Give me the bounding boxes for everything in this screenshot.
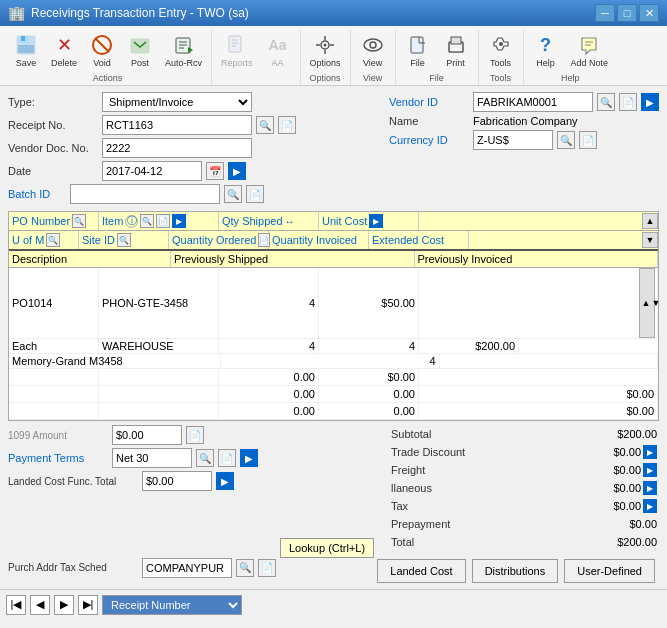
nav-last-btn[interactable]: ▶| bbox=[78, 595, 98, 615]
landed-cost-button[interactable]: Landed Cost bbox=[377, 559, 465, 583]
batch-nav-btn[interactable]: 📄 bbox=[246, 185, 264, 203]
actions-label: Actions bbox=[93, 73, 123, 85]
vendor-id-label[interactable]: Vendor ID bbox=[389, 96, 469, 108]
vendor-id-input[interactable] bbox=[473, 92, 593, 112]
vendor-nav-right[interactable]: ▶ bbox=[641, 93, 659, 111]
batch-id-label[interactable]: Batch ID bbox=[8, 188, 50, 200]
amount-1099-btn[interactable]: 📄 bbox=[186, 426, 204, 444]
nav-prev-btn[interactable]: ◀ bbox=[30, 595, 50, 615]
user-defined-button[interactable]: User-Defined bbox=[564, 559, 655, 583]
cell-empty10 bbox=[9, 403, 99, 419]
vendor-nav-btn[interactable]: 📄 bbox=[619, 93, 637, 111]
grid-header-po-number[interactable]: PO Number 🔍 bbox=[9, 212, 99, 230]
payment-terms-lookup[interactable]: 🔍 bbox=[196, 449, 214, 467]
misc-nav[interactable]: ▶ bbox=[643, 481, 657, 495]
nav-first-btn[interactable]: |◀ bbox=[6, 595, 26, 615]
uom-lookup-btn[interactable]: 🔍 bbox=[46, 233, 60, 247]
nav-dropdown[interactable]: Receipt Number Vendor ID Date bbox=[102, 595, 242, 615]
purch-addr-input[interactable] bbox=[142, 558, 232, 578]
freight-nav[interactable]: ▶ bbox=[643, 463, 657, 477]
delete-icon: ✕ bbox=[52, 33, 76, 57]
post-button[interactable]: Post bbox=[122, 30, 158, 71]
landed-cost-total-input[interactable] bbox=[142, 471, 212, 491]
table-row: Each WAREHOUSE 4 4 $200.00 bbox=[9, 339, 658, 354]
aa-icon: Aa bbox=[266, 33, 290, 57]
grid-header-uom[interactable]: U of M 🔍 bbox=[9, 231, 79, 249]
payment-terms-nav-right[interactable]: ▶ bbox=[240, 449, 258, 467]
amount-1099-input[interactable] bbox=[112, 425, 182, 445]
close-button[interactable]: ✕ bbox=[639, 4, 659, 22]
item-nav-btn[interactable]: 📄 bbox=[156, 214, 170, 228]
tax-label: Tax bbox=[391, 500, 408, 512]
cell-empty1 bbox=[9, 369, 99, 385]
tax-row: Tax $0.00 ▶ bbox=[389, 497, 659, 515]
svg-point-17 bbox=[324, 44, 327, 47]
type-select[interactable]: Shipment/Invoice Shipment Invoice bbox=[102, 92, 252, 112]
grid-header-item[interactable]: Item ⓘ 🔍 📄 ▶ bbox=[99, 212, 219, 230]
auto-rcv-button[interactable]: Auto-Rcv bbox=[160, 30, 207, 71]
purch-addr-nav[interactable]: 📄 bbox=[258, 559, 276, 577]
grid-header-prev-invoiced: Previously Invoiced bbox=[415, 251, 659, 267]
po-lookup-btn[interactable]: 🔍 bbox=[72, 214, 86, 228]
receipt-lookup-btn[interactable]: 🔍 bbox=[256, 116, 274, 134]
grid-header-unit-cost[interactable]: Unit Cost ▶ bbox=[319, 212, 419, 230]
vendor-lookup-btn[interactable]: 🔍 bbox=[597, 93, 615, 111]
currency-id-label[interactable]: Currency ID bbox=[389, 134, 469, 146]
grid-header-qty-ordered[interactable]: Quantity Ordered 📄 bbox=[169, 231, 269, 249]
prepayment-row: Prepayment $0.00 bbox=[389, 515, 659, 533]
tools-button[interactable]: Tools bbox=[483, 30, 519, 71]
distributions-button[interactable]: Distributions bbox=[472, 559, 559, 583]
date-nav-btn[interactable]: ▶ bbox=[228, 162, 246, 180]
help-button[interactable]: ? Help bbox=[528, 30, 564, 71]
site-lookup-btn[interactable]: 🔍 bbox=[117, 233, 131, 247]
print-button[interactable]: Print bbox=[438, 30, 474, 71]
misc-value: $0.00 bbox=[571, 482, 641, 494]
reports-label: Reports bbox=[221, 58, 253, 68]
date-label: Date bbox=[8, 165, 98, 177]
tools-group-label: Tools bbox=[490, 73, 511, 85]
amount-1099-label: 1099 Amount bbox=[8, 430, 108, 441]
payment-terms-nav[interactable]: 📄 bbox=[218, 449, 236, 467]
add-note-button[interactable]: Add Note bbox=[566, 30, 614, 71]
payment-terms-label[interactable]: Payment Terms bbox=[8, 452, 108, 464]
options-button[interactable]: Options bbox=[305, 30, 346, 71]
reports-button[interactable]: Reports bbox=[216, 30, 258, 71]
view-button[interactable]: View bbox=[355, 30, 391, 71]
scroll-up-btn[interactable]: ▲ bbox=[642, 213, 658, 229]
delete-button[interactable]: ✕ Delete bbox=[46, 30, 82, 71]
batch-lookup-btn[interactable]: 🔍 bbox=[224, 185, 242, 203]
aa-button[interactable]: Aa AA bbox=[260, 30, 296, 71]
minimize-button[interactable]: ─ bbox=[595, 4, 615, 22]
landed-cost-nav[interactable]: ▶ bbox=[216, 472, 234, 490]
trade-discount-nav[interactable]: ▶ bbox=[643, 445, 657, 459]
vendor-doc-input[interactable] bbox=[102, 138, 252, 158]
purch-addr-lookup[interactable]: 🔍 bbox=[236, 559, 254, 577]
save-button[interactable]: Save bbox=[8, 30, 44, 71]
item-nav-right[interactable]: ▶ bbox=[172, 214, 186, 228]
grid-header-row3: Description Previously Shipped Previousl… bbox=[9, 251, 658, 268]
grid-header-site-id[interactable]: Site ID 🔍 bbox=[79, 231, 169, 249]
date-input[interactable] bbox=[102, 161, 202, 181]
currency-nav-btn[interactable]: 📄 bbox=[579, 131, 597, 149]
calendar-button[interactable]: 📅 bbox=[206, 162, 224, 180]
vendor-doc-row: Vendor Doc. No. bbox=[8, 138, 381, 158]
item-lookup-btn[interactable]: 🔍 bbox=[140, 214, 154, 228]
nav-next-btn[interactable]: ▶ bbox=[54, 595, 74, 615]
tax-nav[interactable]: ▶ bbox=[643, 499, 657, 513]
currency-lookup-btn[interactable]: 🔍 bbox=[557, 131, 575, 149]
prepayment-label: Prepayment bbox=[391, 518, 450, 530]
void-button[interactable]: Void bbox=[84, 30, 120, 71]
maximize-button[interactable]: □ bbox=[617, 4, 637, 22]
currency-id-input[interactable] bbox=[473, 130, 553, 150]
receipt-nav-btn[interactable]: 📄 bbox=[278, 116, 296, 134]
cell-empty14: $0.00 bbox=[419, 403, 658, 419]
receipt-no-input[interactable] bbox=[102, 115, 252, 135]
payment-terms-input[interactable] bbox=[112, 448, 192, 468]
scroll-dn-btn2[interactable]: ▼ bbox=[642, 232, 658, 248]
cell-qty-ordered: 4 bbox=[219, 339, 319, 353]
batch-id-input[interactable] bbox=[70, 184, 220, 204]
grid-header-qty-shipped[interactable]: Qty Shipped ↔ bbox=[219, 212, 319, 230]
grid-scrollbar[interactable]: ▲▼ bbox=[639, 268, 655, 338]
file-button[interactable]: File bbox=[400, 30, 436, 71]
unit-cost-nav[interactable]: ▶ bbox=[369, 214, 383, 228]
